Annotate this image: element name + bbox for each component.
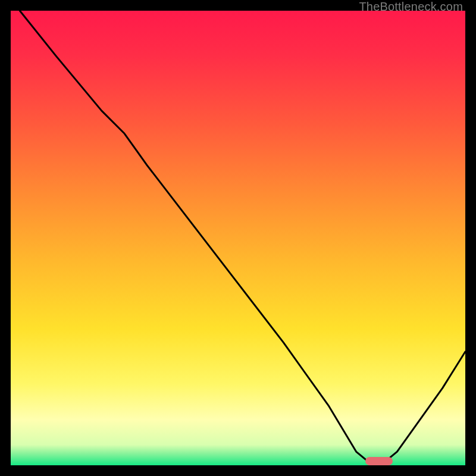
chart-frame [11, 11, 465, 465]
svg-rect-0 [11, 11, 465, 465]
optimal-range-marker [365, 457, 393, 465]
background-heat-gradient [11, 11, 465, 465]
